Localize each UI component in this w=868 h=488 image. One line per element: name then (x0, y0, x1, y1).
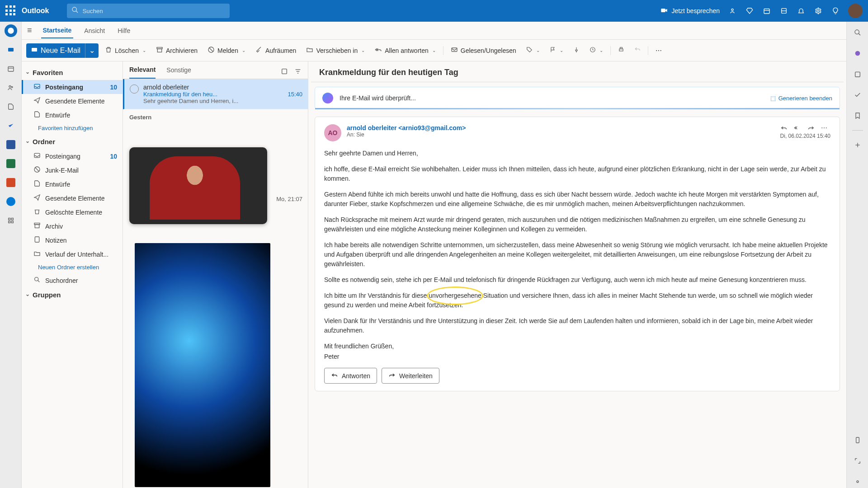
meet-now-button[interactable]: Jetzt besprechen (660, 7, 720, 15)
tag-button[interactable]: ⌄ (523, 44, 543, 57)
rail-powerpoint-icon[interactable] (5, 176, 17, 189)
folder-drafts-fav[interactable]: Entwürfe (22, 108, 123, 122)
rail-task-icon[interactable] (851, 89, 864, 101)
rail-onedrive-icon[interactable] (5, 195, 17, 208)
delete-button[interactable]: Löschen⌄ (101, 43, 150, 57)
folder-conversation[interactable]: Verlauf der Unterhalt... (22, 247, 123, 261)
forward-button[interactable]: Weiterleiten (382, 368, 439, 384)
mail-body: Sehr geehrte Damen und Herren, ich hoffe… (324, 149, 830, 361)
new-mail-button[interactable]: Neue E-Mail ⌄ (26, 43, 99, 58)
reply-button[interactable]: Antworten (324, 368, 377, 384)
hamburger-icon[interactable]: ≡ (27, 26, 32, 35)
more-button[interactable]: ⋯ (652, 44, 665, 57)
rail-bookmark-icon[interactable] (851, 109, 864, 122)
tab-other[interactable]: Sonstige (166, 66, 191, 78)
folder-sent[interactable]: Gesendete Elemente (22, 191, 123, 205)
archive-button[interactable]: Archivieren (152, 43, 201, 57)
more-actions-icon[interactable]: ⋯ (821, 124, 827, 133)
undo-button[interactable] (631, 44, 644, 57)
header-right: Jetzt besprechen (660, 4, 863, 18)
user-avatar[interactable] (848, 4, 863, 18)
rail-more-apps-icon[interactable] (5, 214, 17, 227)
folder-junk[interactable]: Junk-E-Mail (22, 163, 123, 177)
app-launcher-icon[interactable] (5, 5, 16, 16)
replyall-icon[interactable] (794, 124, 801, 133)
section-folders[interactable]: Ordner (22, 134, 123, 149)
tab-view[interactable]: Ansicht (82, 23, 107, 38)
rail-expand-icon[interactable] (851, 455, 864, 467)
svg-rect-27 (32, 48, 37, 52)
rail-settings-icon[interactable] (851, 475, 864, 488)
calendar-day-icon[interactable] (762, 6, 771, 15)
snooze-button[interactable]: ⌄ (586, 44, 607, 57)
rail-phone-icon[interactable] (851, 434, 864, 446)
new-folder-link[interactable]: Neuen Ordner erstellen (22, 261, 123, 273)
folder-inbox-fav[interactable]: Posteingang10 (22, 80, 123, 94)
flag-button[interactable]: ⌄ (546, 44, 567, 57)
video-pip-overlay[interactable] (129, 147, 267, 224)
report-button[interactable]: Melden⌄ (204, 43, 249, 57)
replyall-button[interactable]: Allen antworten⌄ (371, 43, 439, 57)
reply-icon[interactable] (780, 124, 788, 133)
folder-label: Junk-E-Mail (45, 167, 79, 174)
folder-archive[interactable]: Archiv (22, 219, 123, 233)
svg-line-31 (209, 48, 213, 52)
stop-generating-button[interactable]: ⬚Generieren beenden (770, 95, 832, 102)
diamond-icon[interactable] (745, 6, 754, 15)
new-mail-chevron[interactable]: ⌄ (85, 43, 99, 58)
tab-help[interactable]: Hilfe (116, 23, 132, 38)
rail-add-icon[interactable] (851, 139, 864, 151)
mail-actions: ⋯ (780, 124, 830, 133)
folder-notes[interactable]: Notizen (22, 233, 123, 247)
readunread-button[interactable]: Gelesen/Ungelesen (447, 43, 520, 57)
lightbulb-icon[interactable] (831, 6, 840, 15)
rail-excel-icon[interactable] (5, 157, 17, 170)
svg-rect-4 (764, 9, 769, 14)
filter-icon[interactable] (294, 68, 302, 77)
add-favorite-link[interactable]: Favoriten hinzufügen (22, 122, 123, 134)
drafts-icon (33, 111, 41, 119)
rail-copilot-icon[interactable] (851, 47, 864, 60)
rail-todo-icon[interactable] (5, 119, 17, 132)
section-favorites[interactable]: Favoriten (22, 65, 123, 80)
rail-files-icon[interactable] (5, 100, 17, 113)
message-item-1[interactable]: arnold oberleiter Krankmeldung für den h… (123, 79, 308, 109)
rail-search-icon[interactable] (851, 26, 864, 39)
folder-label: Gesendete Elemente (45, 195, 105, 202)
folder-count: 10 (110, 84, 117, 91)
folder-sent-fav[interactable]: Gesendete Elemente (22, 94, 123, 108)
rail-calendar-icon[interactable] (5, 62, 17, 75)
folder-inbox[interactable]: Posteingang10 (22, 149, 123, 163)
folder-label: Posteingang (45, 84, 83, 91)
gear-icon[interactable] (814, 6, 823, 15)
rail-people-icon[interactable] (5, 81, 17, 94)
svg-rect-11 (8, 66, 14, 71)
print-button[interactable] (614, 44, 628, 57)
rail-day-icon[interactable] (851, 68, 864, 80)
teams-icon[interactable] (728, 6, 737, 15)
section-groups[interactable]: Gruppen (22, 287, 123, 302)
svg-rect-32 (452, 48, 457, 52)
search-box[interactable] (67, 4, 230, 18)
image-overlay[interactable] (135, 243, 270, 487)
org-icon[interactable] (779, 6, 788, 15)
cleanup-button[interactable]: Aufräumen (252, 43, 300, 57)
message-checkbox[interactable] (130, 84, 139, 94)
sender-name[interactable]: arnold oberleiter <arnio93@gmail.com> (347, 124, 775, 131)
tab-home[interactable]: Startseite (41, 23, 74, 38)
rail-word-icon[interactable] (5, 138, 17, 151)
sender-avatar[interactable]: AO (324, 124, 341, 141)
forward-icon[interactable] (807, 124, 815, 133)
pin-button[interactable] (570, 44, 583, 57)
moveto-button[interactable]: Verschieben in⌄ (302, 43, 368, 57)
rail-mail-icon[interactable] (5, 43, 17, 56)
folder-search[interactable]: Suchordner (22, 273, 123, 287)
bell-icon[interactable] (797, 6, 806, 15)
replyall-label: Allen antworten (385, 47, 429, 54)
select-all-icon[interactable] (281, 68, 288, 77)
rail-home-icon[interactable] (5, 24, 17, 37)
folder-drafts[interactable]: Entwürfe (22, 177, 123, 191)
search-input[interactable] (82, 8, 225, 14)
folder-deleted[interactable]: Gelöschte Elemente (22, 205, 123, 219)
tab-focused[interactable]: Relevant (129, 66, 156, 79)
